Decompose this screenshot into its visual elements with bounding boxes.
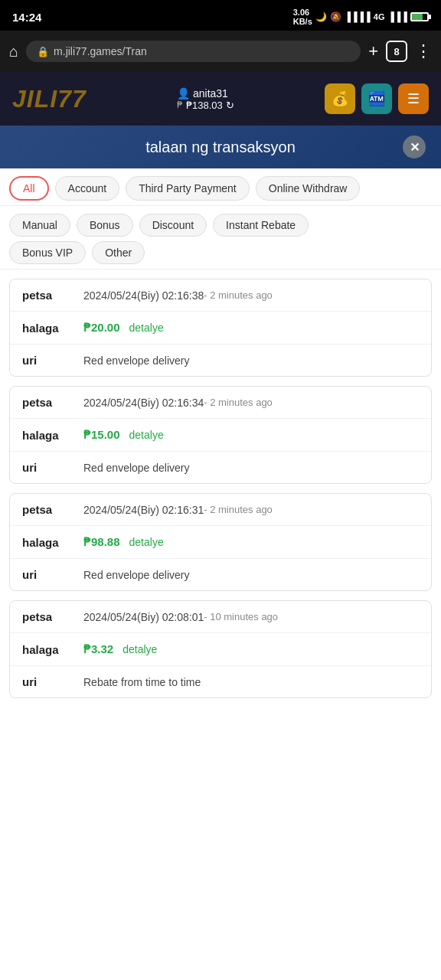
tx-uri-text: Red envelope delivery xyxy=(83,354,419,367)
url-text: m.jili77.games/Tran xyxy=(54,45,147,57)
add-tab-button[interactable]: + xyxy=(368,41,378,61)
home-button[interactable]: ⌂ xyxy=(9,43,18,60)
wallet-button[interactable]: 💰 xyxy=(325,83,355,114)
uri-label: uri xyxy=(22,568,83,581)
tx-amount-text: ₱3.32 xyxy=(83,642,113,656)
battery-icon xyxy=(410,12,429,21)
tx-date-value: 2024/05/24(Biy) 02:08:01 - 10 minutes ag… xyxy=(83,611,278,623)
filter-bonus-vip[interactable]: Bonus VIP xyxy=(9,241,86,264)
tx-row-amount: halaga ₱3.32 detalye xyxy=(10,633,431,666)
tab-count[interactable]: 8 xyxy=(386,41,407,62)
status-time: 14:24 xyxy=(12,11,41,24)
tx-date-text: 2024/05/24(Biy) 02:08:01 xyxy=(83,611,204,623)
refresh-icon[interactable]: ↻ xyxy=(226,100,234,111)
tx-amount-value: ₱98.88 detalye xyxy=(83,535,164,549)
filter-instant-rebate[interactable]: Instant Rebate xyxy=(213,214,309,237)
tx-row-date: petsa 2024/05/24(Biy) 02:16:31 - 2 minut… xyxy=(10,494,431,526)
detalye-link[interactable]: detalye xyxy=(129,536,164,548)
halaga-label: halaga xyxy=(22,322,83,335)
tx-row-amount: halaga ₱98.88 detalye xyxy=(10,526,431,559)
modal-title: talaan ng transaksyon xyxy=(38,139,403,156)
balance-amount: ₱138.03 xyxy=(186,100,223,111)
tx-row-amount: halaga ₱20.00 detalye xyxy=(10,312,431,345)
detalye-link[interactable]: detalye xyxy=(122,643,157,655)
tx-date-text: 2024/05/24(Biy) 02:16:34 xyxy=(83,397,204,409)
modal-close-button[interactable]: ✕ xyxy=(403,136,426,158)
browser-bar: ⌂ 🔒 m.jili77.games/Tran + 8 ⋮ xyxy=(0,31,441,72)
tx-row-date: petsa 2024/05/24(Biy) 02:16:34 - 2 minut… xyxy=(10,387,431,419)
tx-uri-text: Rebate from time to time xyxy=(83,676,419,688)
petsa-label: petsa xyxy=(22,396,83,409)
user-icon: 👤 xyxy=(177,87,190,100)
detalye-link[interactable]: detalye xyxy=(129,429,164,441)
header-icons: 💰 🏧 ☰ xyxy=(325,83,429,114)
filter-other[interactable]: Other xyxy=(92,241,145,264)
filter-account[interactable]: Account xyxy=(55,176,120,201)
username-text: anita31 xyxy=(193,87,228,100)
tx-row-date: petsa 2024/05/24(Biy) 02:16:38 - 2 minut… xyxy=(10,279,431,312)
transactions-list: petsa 2024/05/24(Biy) 02:16:38 - 2 minut… xyxy=(0,270,441,707)
tx-uri-text: Red envelope delivery xyxy=(83,462,419,474)
tx-amount-text: ₱20.00 xyxy=(83,321,120,335)
transaction-card: petsa 2024/05/24(Biy) 02:16:38 - 2 minut… xyxy=(9,279,432,377)
filter-third-party[interactable]: Third Party Payment xyxy=(126,176,250,201)
petsa-label: petsa xyxy=(22,610,83,623)
transaction-card: petsa 2024/05/24(Biy) 02:16:31 - 2 minut… xyxy=(9,493,432,591)
network-type: 4G xyxy=(374,12,385,21)
halaga-label: halaga xyxy=(22,643,83,656)
detalye-link[interactable]: detalye xyxy=(129,322,164,334)
uri-label: uri xyxy=(22,461,83,474)
url-bar[interactable]: 🔒 m.jili77.games/Tran xyxy=(26,41,361,62)
tx-amount-text: ₱98.88 xyxy=(83,535,120,549)
filter-discount[interactable]: Discount xyxy=(139,214,207,237)
filter-row-1: All Account Third Party Payment Online W… xyxy=(0,168,441,206)
atm-button[interactable]: 🏧 xyxy=(361,83,392,114)
uri-label: uri xyxy=(22,354,83,367)
transaction-card: petsa 2024/05/24(Biy) 02:08:01 - 10 minu… xyxy=(9,600,432,698)
menu-button[interactable]: ☰ xyxy=(398,83,429,114)
tx-date-value: 2024/05/24(Biy) 02:16:31 - 2 minutes ago xyxy=(83,504,273,516)
tx-date-text: 2024/05/24(Biy) 02:16:38 xyxy=(83,289,204,302)
content-area: All Account Third Party Payment Online W… xyxy=(0,168,441,980)
signal-icon2: ▐▐▐ xyxy=(387,11,407,22)
browser-actions: + 8 ⋮ xyxy=(368,41,432,62)
tx-time-ago: - 10 minutes ago xyxy=(204,611,278,622)
filter-manual[interactable]: Manual xyxy=(9,214,70,237)
tx-amount-value: ₱15.00 detalye xyxy=(83,428,164,442)
status-bar: 14:24 3.06KB/s 🌙 🔕 ▐▐▐▐ 4G ▐▐▐ xyxy=(0,0,441,31)
browser-menu-button[interactable]: ⋮ xyxy=(415,41,432,61)
tx-time-ago: - 2 minutes ago xyxy=(204,397,273,408)
username-display: 👤 anita31 xyxy=(177,87,228,100)
balance-display: ₱ ₱138.03 ↻ xyxy=(177,100,234,111)
tx-amount-text: ₱15.00 xyxy=(83,428,120,442)
user-info: 👤 anita31 ₱ ₱138.03 ↻ xyxy=(177,87,234,111)
moon-icon: 🌙 xyxy=(315,11,327,22)
signal-icon: ▐▐▐▐ xyxy=(345,11,371,22)
balance-currency-icon: ₱ xyxy=(177,100,183,110)
tx-row-date: petsa 2024/05/24(Biy) 02:08:01 - 10 minu… xyxy=(10,601,431,633)
tx-amount-value: ₱20.00 detalye xyxy=(83,321,164,335)
filter-online-withdraw[interactable]: Online Withdraw xyxy=(256,176,361,201)
app-header: JILI77 👤 anita31 ₱ ₱138.03 ↻ 💰 🏧 ☰ xyxy=(0,72,441,126)
tx-row-amount: halaga ₱15.00 detalye xyxy=(10,419,431,452)
tx-date-value: 2024/05/24(Biy) 02:16:38 - 2 minutes ago xyxy=(83,289,273,302)
tx-date-value: 2024/05/24(Biy) 02:16:34 - 2 minutes ago xyxy=(83,397,273,409)
filter-row-2: Manual Bonus Discount Instant Rebate xyxy=(0,206,441,241)
logo-number: 77 xyxy=(57,85,87,113)
security-icon: 🔒 xyxy=(37,46,49,57)
tx-uri-text: Red envelope delivery xyxy=(83,569,419,581)
filter-row-3: Bonus VIP Other xyxy=(0,241,441,270)
filter-all[interactable]: All xyxy=(9,176,49,201)
tx-amount-value: ₱3.32 detalye xyxy=(83,642,157,656)
filter-bonus[interactable]: Bonus xyxy=(77,214,133,237)
uri-label: uri xyxy=(22,675,83,688)
tx-date-text: 2024/05/24(Biy) 02:16:31 xyxy=(83,504,204,516)
petsa-label: petsa xyxy=(22,503,83,516)
logo-text: JILI xyxy=(12,85,57,113)
app-logo: JILI77 xyxy=(12,85,87,113)
tx-row-uri: uri Red envelope delivery xyxy=(10,452,431,483)
network-speed: 3.06KB/s xyxy=(293,8,312,26)
modal-header: talaan ng transaksyon ✕ xyxy=(0,126,441,168)
tx-row-uri: uri Red envelope delivery xyxy=(10,345,431,376)
status-right: 3.06KB/s 🌙 🔕 ▐▐▐▐ 4G ▐▐▐ xyxy=(293,8,429,26)
